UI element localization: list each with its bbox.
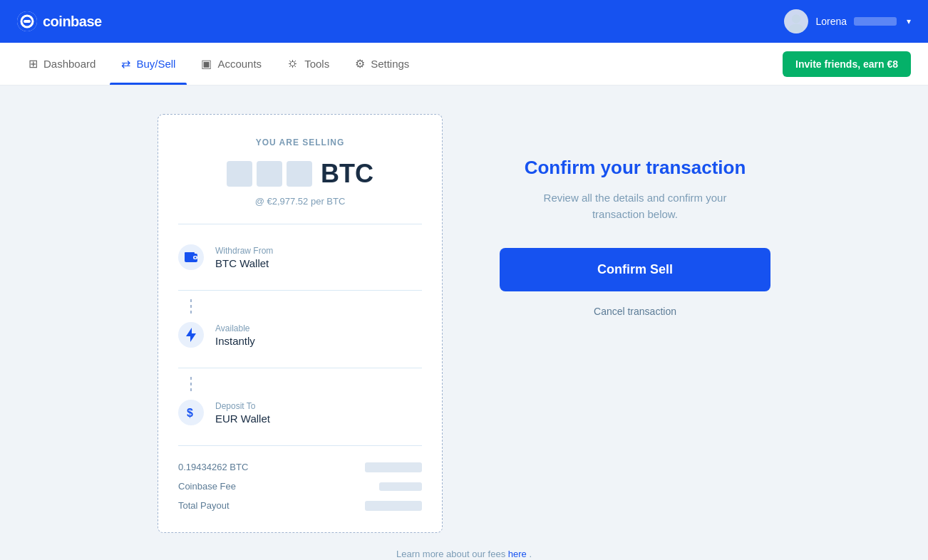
svg-text:$: $ xyxy=(187,407,193,419)
confirm-panel: Confirm your transaction Review all the … xyxy=(500,114,770,317)
sell-amount: BTC xyxy=(178,159,422,189)
deposit-to-value: EUR Wallet xyxy=(215,413,270,425)
rate-text: @ €2,977.52 per BTC xyxy=(178,196,422,207)
fee-label-1: 0.19434262 BTC xyxy=(178,462,248,472)
connector-line-2 xyxy=(190,377,192,394)
sell-card: YOU ARE SELLING BTC @ €2,977.52 per BTC xyxy=(158,114,443,533)
nav-item-tools[interactable]: ⛭ Tools xyxy=(276,43,341,85)
footer-fees-link[interactable]: here xyxy=(508,549,527,559)
lightning-icon xyxy=(178,322,204,348)
fee-value-1-hidden xyxy=(365,462,422,472)
footer-text-content: Learn more about our fees xyxy=(396,549,508,559)
deposit-to-label: Deposit To xyxy=(215,401,270,411)
svg-point-3 xyxy=(792,14,800,23)
logo: coinbase xyxy=(17,11,102,31)
blur-block-2 xyxy=(257,161,282,187)
nav-label-buysell: Buy/Sell xyxy=(136,58,175,70)
withdraw-from-row: Withdraw From BTC Wallet xyxy=(178,236,422,279)
divider-1 xyxy=(178,224,422,224)
avatar xyxy=(784,9,808,33)
user-menu[interactable]: Lorena ▾ xyxy=(784,9,911,33)
confirm-desc-line2: transaction below. xyxy=(592,208,678,220)
fee-row-2: Coinbase Fee xyxy=(178,477,422,496)
header: coinbase Lorena ▾ xyxy=(0,0,928,43)
logo-text: coinbase xyxy=(43,14,102,30)
confirm-sell-button[interactable]: Confirm Sell xyxy=(500,248,770,291)
btc-label: BTC xyxy=(321,159,373,189)
user-surname-hidden xyxy=(854,17,897,26)
withdraw-from-value: BTC Wallet xyxy=(215,257,273,269)
deposit-to-text: Deposit To EUR Wallet xyxy=(215,401,270,425)
nav-label-settings: Settings xyxy=(371,58,409,70)
available-text: Available Instantly xyxy=(215,323,255,347)
nav-label-accounts: Accounts xyxy=(217,58,262,70)
fee-label-2: Coinbase Fee xyxy=(178,481,236,492)
fee-value-3-hidden xyxy=(365,501,422,511)
blur-block-3 xyxy=(287,161,312,187)
footer-text: Learn more about our fees here . xyxy=(396,549,532,559)
available-value: Instantly xyxy=(215,335,255,347)
accounts-icon: ▣ xyxy=(201,57,212,71)
available-row: Available Instantly xyxy=(178,313,422,356)
svg-rect-2 xyxy=(24,20,31,23)
nav-item-buysell[interactable]: ⇄ Buy/Sell xyxy=(110,43,187,85)
nav-links: ⊞ Dashboard ⇄ Buy/Sell ▣ Accounts ⛭ Tool… xyxy=(17,43,421,85)
dollar-icon: $ xyxy=(178,400,204,425)
cancel-transaction-button[interactable]: Cancel transaction xyxy=(594,306,676,317)
amount-blurred xyxy=(227,161,312,187)
buysell-icon: ⇄ xyxy=(121,57,130,71)
dashboard-icon: ⊞ xyxy=(29,57,38,71)
available-label: Available xyxy=(215,323,255,333)
nav-item-accounts[interactable]: ▣ Accounts xyxy=(190,43,273,85)
svg-rect-6 xyxy=(185,252,195,255)
svg-point-4 xyxy=(789,24,804,32)
invite-button[interactable]: Invite friends, earn €8 xyxy=(783,51,911,77)
logo-icon xyxy=(17,11,37,31)
settings-icon: ⚙ xyxy=(355,57,365,71)
connector-line-1 xyxy=(190,299,192,316)
svg-point-8 xyxy=(195,256,196,258)
fee-value-2-hidden xyxy=(379,482,422,491)
card-footer: Learn more about our fees here . xyxy=(0,547,928,560)
fees-section: 0.19434262 BTC Coinbase Fee Total Payout xyxy=(178,457,422,515)
fee-label-3: Total Payout xyxy=(178,500,230,511)
user-menu-chevron[interactable]: ▾ xyxy=(907,16,911,26)
confirm-description: Review all the details and confirm your … xyxy=(544,190,727,222)
withdraw-from-label: Withdraw From xyxy=(215,246,273,256)
confirm-desc-line1: Review all the details and confirm your xyxy=(544,192,727,204)
nav-label-tools: Tools xyxy=(304,58,329,70)
svg-marker-9 xyxy=(186,328,196,342)
you-are-selling-label: YOU ARE SELLING xyxy=(178,138,422,147)
nav-label-dashboard: Dashboard xyxy=(43,58,96,70)
divider-4 xyxy=(178,445,422,446)
deposit-to-row: $ Deposit To EUR Wallet xyxy=(178,391,422,434)
wallet-icon xyxy=(178,244,204,270)
withdraw-from-text: Withdraw From BTC Wallet xyxy=(215,246,273,269)
tools-icon: ⛭ xyxy=(287,58,299,71)
blur-block-1 xyxy=(227,161,252,187)
user-name: Lorena xyxy=(815,16,847,27)
nav: ⊞ Dashboard ⇄ Buy/Sell ▣ Accounts ⛭ Tool… xyxy=(0,43,928,85)
fee-row-1: 0.19434262 BTC xyxy=(178,457,422,477)
nav-item-settings[interactable]: ⚙ Settings xyxy=(344,43,421,85)
divider-3 xyxy=(178,368,422,368)
main-content: YOU ARE SELLING BTC @ €2,977.52 per BTC xyxy=(0,85,928,560)
fee-row-3: Total Payout xyxy=(178,496,422,515)
divider-2 xyxy=(178,290,422,291)
nav-item-dashboard[interactable]: ⊞ Dashboard xyxy=(17,43,107,85)
confirm-title: Confirm your transaction xyxy=(525,157,746,179)
